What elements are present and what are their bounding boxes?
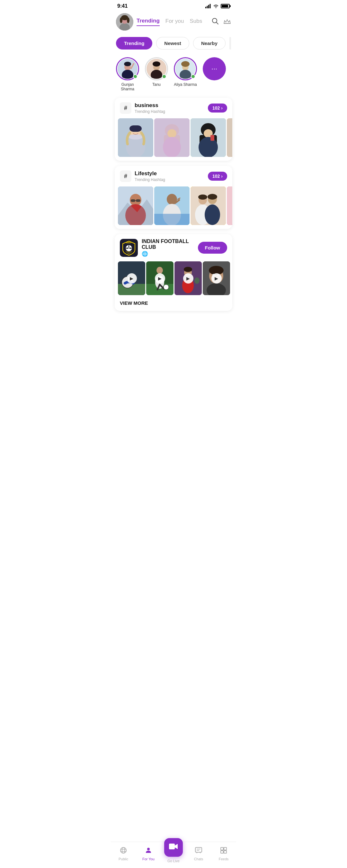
status-bar: 9:41 [111,0,236,10]
video-thumb[interactable]: ▶ [118,261,145,295]
image-grid [115,115,232,161]
svg-line-13 [216,22,218,24]
grid-image[interactable] [154,118,190,157]
svg-rect-45 [211,135,214,141]
time: 9:41 [117,3,128,9]
video-grid: ▶ ▶ [115,261,232,299]
hashtag-title: Lifestyle [135,170,205,177]
search-icon[interactable] [212,18,219,26]
svg-rect-68 [227,186,232,225]
svg-rect-46 [227,118,232,157]
video-thumb[interactable]: ▶ [146,261,174,295]
play-button[interactable]: ▶ [212,273,222,283]
filter-more[interactable] [229,37,231,50]
filter-nearby[interactable]: Nearby [193,37,226,50]
header: Trending For you Subs [111,10,236,34]
count-value: 102 [212,105,220,111]
svg-point-89 [194,277,199,284]
grid-image[interactable] [118,118,153,157]
svg-point-65 [205,205,220,225]
hash-icon: # [120,170,131,182]
svg-rect-53 [136,199,140,202]
section-header: # business Trending Hashtag 102 › [115,98,232,115]
svg-point-90 [184,267,192,272]
story-more-item[interactable]: ··· [203,57,226,91]
follow-button[interactable]: Follow [198,242,227,254]
user-avatar[interactable] [116,13,133,31]
count-badge[interactable]: 102 › [208,103,227,113]
filter-row: Trending Newest Nearby [111,34,236,55]
svg-point-85 [163,284,169,290]
grid-image[interactable] [191,186,226,225]
club-header: WINDY CITY RAMPAGE INDIAN FOOTBALL CLUB … [115,234,232,261]
club-globe: 🌐 [142,251,194,257]
play-button[interactable]: ▶ [183,273,193,283]
story-online-indicator [191,74,195,79]
svg-point-37 [167,129,177,137]
story-online-indicator [133,74,137,79]
play-button[interactable]: ▶ [155,273,165,283]
signal-icon [205,4,211,8]
chevron-icon: › [221,105,223,111]
tab-for-you[interactable]: For you [165,18,184,26]
hash-icon: # [120,102,131,114]
svg-point-31 [126,137,145,157]
svg-point-18 [124,62,131,66]
svg-point-66 [198,194,207,199]
tab-subs[interactable]: Subs [190,18,202,26]
hashtag-subtitle: Trending Hashtag [135,109,205,114]
svg-rect-3 [210,4,211,8]
story-item[interactable]: Tanu [145,57,168,91]
story-item[interactable]: Aliya Sharma [174,57,197,91]
svg-point-32 [128,134,143,140]
chevron-icon: › [221,174,223,179]
grid-image[interactable] [118,186,153,225]
story-name: Aliya Sharma [174,82,197,87]
svg-text:WINDY: WINDY [126,242,132,244]
image-grid [115,183,232,229]
svg-text:CITY: CITY [127,253,130,254]
grid-image[interactable] [227,118,232,157]
filter-trending[interactable]: Trending [116,37,152,50]
header-icons [212,18,231,26]
grid-image[interactable] [191,118,226,157]
count-badge[interactable]: 102 › [208,172,227,181]
filter-newest[interactable]: Newest [156,37,189,50]
count-value: 102 [212,174,220,179]
club-logo: WINDY CITY RAMPAGE [120,239,138,257]
battery-icon [221,4,230,8]
nav-tabs: Trending For you Subs [136,18,209,26]
story-ring [145,57,168,81]
view-more-btn[interactable]: VIEW MORE [115,299,232,311]
tab-trending[interactable]: Trending [136,18,160,26]
story-online-indicator [162,74,166,79]
story-more-btn[interactable]: ··· [203,57,226,81]
svg-rect-1 [207,6,208,8]
video-thumb[interactable]: ▶ [175,261,202,295]
svg-rect-52 [131,199,135,202]
svg-rect-2 [208,5,209,8]
svg-point-44 [198,137,218,157]
status-icons [205,4,230,8]
play-button[interactable]: ▶ [127,273,137,283]
video-thumb[interactable]: ▶ [203,261,230,295]
crown-icon[interactable] [223,18,231,26]
grid-image[interactable] [154,186,190,225]
svg-rect-0 [205,7,206,8]
svg-point-23 [153,61,160,66]
hashtag-business-card: # business Trending Hashtag 102 › [115,98,232,161]
svg-point-10 [120,18,122,23]
svg-point-27 [181,61,190,67]
svg-point-11 [127,18,129,23]
svg-rect-58 [154,214,190,225]
grid-image[interactable] [227,186,232,225]
story-ring [116,57,139,81]
story-item[interactable]: Gunjan Sharma [116,57,139,91]
wifi-icon [213,4,219,8]
section-title-block: business Trending Hashtag [135,102,205,114]
story-name: Tanu [152,82,161,87]
svg-text:RAMPAGE: RAMPAGE [126,251,132,253]
svg-point-4 [216,7,217,8]
svg-point-38 [163,137,181,157]
svg-rect-30 [129,125,142,132]
